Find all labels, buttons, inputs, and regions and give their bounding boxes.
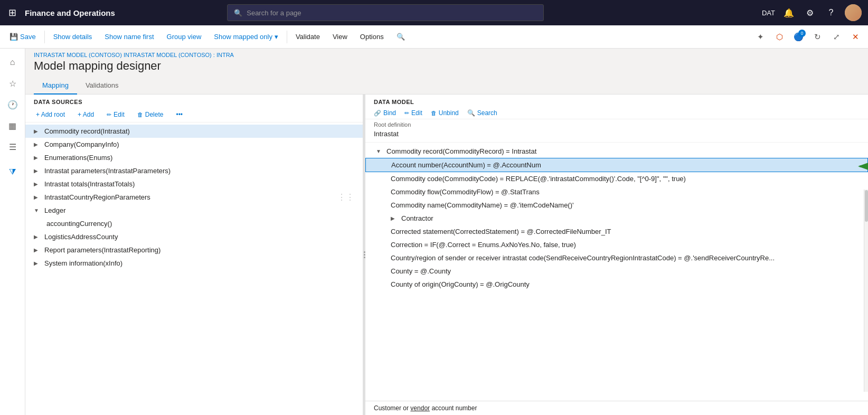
sparkle-icon[interactable]: ✦ — [752, 29, 769, 45]
global-search-bar[interactable]: 🔍 — [227, 4, 544, 21]
show-mapped-only-button[interactable]: Show mapped only ▾ — [209, 27, 284, 46]
tenant-label: DAT — [762, 9, 775, 17]
avatar-image — [845, 4, 862, 21]
show-details-button[interactable]: Show details — [48, 27, 98, 46]
tree-item-system-info[interactable]: ▶ System information(xInfo) — [25, 257, 363, 270]
toolbar-separator-1 — [44, 31, 45, 43]
expand-icon-6[interactable]: ▼ — [34, 208, 41, 213]
dm-item-corrected-statement[interactable]: Corrected statement(CorrectedStatement) … — [365, 225, 868, 238]
dm-item-commodity-flow[interactable]: Commodity flow(CommodityFlow) = @.StatTr… — [365, 185, 868, 199]
dm-expand-0[interactable]: ▼ — [376, 148, 383, 154]
tree-item-label-7: LogisticsAddressCounty — [44, 233, 118, 241]
office-icon[interactable]: ⬡ — [771, 29, 788, 45]
help-icon[interactable]: ? — [824, 5, 838, 20]
tree-item-accounting-currency[interactable]: accountingCurrency() — [25, 217, 363, 230]
avatar[interactable] — [845, 4, 862, 21]
more-button[interactable]: ••• — [172, 109, 187, 120]
validate-button[interactable]: Validate — [290, 27, 325, 46]
toolbar-separator-2 — [287, 31, 287, 43]
dm-item-commodity-code[interactable]: Commodity code(CommodityCode) = REPLACE(… — [365, 172, 868, 185]
scrollbar-thumb[interactable] — [865, 190, 868, 222]
refresh-icon[interactable]: ↻ — [809, 29, 826, 45]
sidebar-filter-icon[interactable]: ⧩ — [3, 163, 22, 182]
dm-item-commodity-record[interactable]: ▼ Commodity record(CommodityRecord) = In… — [365, 145, 868, 158]
sidebar-workspaces-icon[interactable]: ▦ — [3, 116, 22, 135]
dm-item-commodity-name[interactable]: Commodity name(CommodityName) = @.'itemC… — [365, 199, 868, 212]
options-button[interactable]: Options — [355, 27, 389, 46]
search-toolbar-button[interactable]: 🔍 — [391, 27, 410, 46]
tree-item-commodity-record[interactable]: ▶ Commodity record(Intrastat) — [25, 125, 363, 138]
validate-label: Validate — [296, 33, 320, 41]
content-area: INTRASTAT MODEL (CONTOSO) INTRASTAT MODE… — [25, 49, 868, 415]
badge-icon[interactable]: 🔵 0 — [790, 29, 807, 45]
notification-icon[interactable]: 🔔 — [781, 5, 796, 20]
tree-item-label-9: System information(xInfo) — [44, 259, 122, 267]
tree-item-intrastat-totals[interactable]: ▶ Intrastat totals(IntrastatTotals) — [25, 177, 363, 191]
tree-item-enumerations[interactable]: ▶ Enumerations(Enums) — [25, 151, 363, 164]
data-sources-header: DATA SOURCES — [25, 95, 363, 107]
expand-icon-4[interactable]: ▶ — [34, 181, 41, 187]
view-button[interactable]: View — [327, 27, 353, 46]
scrollbar-track[interactable] — [864, 190, 868, 392]
tree-item-company[interactable]: ▶ Company(CompanyInfo) — [25, 138, 363, 151]
data-sources-toolbar: + Add root + Add ✏ Edit 🗑 Delete ••• — [25, 107, 363, 122]
sidebar-favorites-icon[interactable]: ☆ — [3, 74, 22, 93]
dm-item-country-region[interactable]: Country/region of sender or receiver int… — [365, 251, 868, 265]
tree-item-label-6: Ledger — [44, 206, 65, 214]
dm-item-county-origin[interactable]: County of origin(OrigCounty) = @.OrigCou… — [365, 278, 868, 291]
expand-icon-8[interactable]: ▶ — [34, 247, 41, 253]
tree-item-label-1: Company(CompanyInfo) — [44, 140, 119, 148]
close-icon[interactable]: ✕ — [847, 29, 864, 45]
delete-button[interactable]: 🗑 Delete — [133, 109, 168, 120]
dm-label-0: Commodity record(CommodityRecord) = Intr… — [386, 147, 536, 155]
root-definition-label: Root definition — [374, 121, 860, 128]
grid-menu-icon[interactable]: ⊞ — [6, 5, 18, 21]
add-root-button[interactable]: + Add root — [32, 109, 69, 120]
show-name-first-button[interactable]: Show name first — [99, 27, 159, 46]
sidebar-list-icon[interactable]: ☰ — [3, 137, 22, 156]
breadcrumb[interactable]: INTRASTAT MODEL (CONTOSO) INTRASTAT MODE… — [25, 49, 868, 59]
tooltip-vendor-link[interactable]: vendor — [410, 404, 430, 412]
settings-icon[interactable]: ⚙ — [803, 5, 817, 20]
expand-icon-0[interactable]: ▶ — [34, 128, 41, 134]
dm-item-account-number[interactable]: Account number(AccountNum) = @.AccountNu… — [365, 158, 868, 172]
expand-icon-5[interactable]: ▶ — [34, 194, 41, 200]
tooltip-text-2: account number — [430, 404, 477, 412]
tree-item-report-params[interactable]: ▶ Report parameters(IntrastatReporting) — [25, 243, 363, 257]
data-model-edit-button[interactable]: ✏ Edit — [404, 109, 422, 117]
expand-icon-7[interactable]: ▶ — [34, 234, 41, 240]
group-view-button[interactable]: Group view — [162, 27, 207, 46]
tree-item-intrastat-country[interactable]: ▶ IntrastatCountryRegionParameters ⋮⋮ — [25, 191, 363, 204]
data-model-search-button[interactable]: 🔍 Search — [467, 109, 497, 117]
sidebar-recent-icon[interactable]: 🕐 — [3, 95, 22, 114]
expand-icon-1[interactable]: ▶ — [34, 142, 41, 147]
tree-item-label-0: Commodity record(Intrastat) — [44, 127, 130, 135]
tab-mapping[interactable]: Mapping — [34, 77, 77, 95]
add-root-label: + Add root — [36, 111, 65, 118]
dm-label-8: Country/region of sender or receiver int… — [391, 254, 775, 262]
expand-icon-9[interactable]: ▶ — [34, 260, 41, 266]
expand-icon-3[interactable]: ▶ — [34, 168, 41, 174]
dm-item-correction[interactable]: Correction = IF(@.Correct = Enums.AxNoYe… — [365, 238, 868, 251]
dm-label-2: Commodity code(CommodityCode) = REPLACE(… — [391, 175, 686, 183]
ledger-group: ▼ Ledger accountingCurrency() — [25, 204, 363, 230]
unbind-button[interactable]: 🗑 Unbind — [431, 109, 459, 117]
edit-button[interactable]: ✏ Edit — [102, 109, 129, 120]
tree-item-label-2: Enumerations(Enums) — [44, 154, 112, 162]
data-model-toolbar: 🔗 Bind ✏ Edit 🗑 Unbind 🔍 Search — [365, 107, 868, 119]
expand-icon-2[interactable]: ▶ — [34, 155, 41, 161]
bind-button[interactable]: 🔗 Bind — [374, 109, 396, 117]
dm-item-county[interactable]: County = @.County — [365, 265, 868, 278]
add-button[interactable]: + Add — [73, 109, 98, 120]
open-new-icon[interactable]: ⤢ — [828, 29, 845, 45]
tree-item-logistics-address[interactable]: ▶ LogisticsAddressCounty — [25, 230, 363, 243]
tree-item-intrastat-params[interactable]: ▶ Intrastat parameters(IntrastatParamete… — [25, 164, 363, 177]
dm-expand-contractor[interactable]: ▶ — [391, 215, 398, 221]
show-details-label: Show details — [53, 33, 92, 41]
search-input[interactable] — [247, 9, 537, 17]
tab-validations[interactable]: Validations — [77, 77, 127, 95]
dm-item-contractor[interactable]: ▶ Contractor — [365, 212, 868, 225]
sidebar-home-icon[interactable]: ⌂ — [3, 53, 22, 72]
tree-item-ledger[interactable]: ▼ Ledger — [25, 204, 363, 217]
save-button[interactable]: 💾 Save — [4, 27, 41, 46]
